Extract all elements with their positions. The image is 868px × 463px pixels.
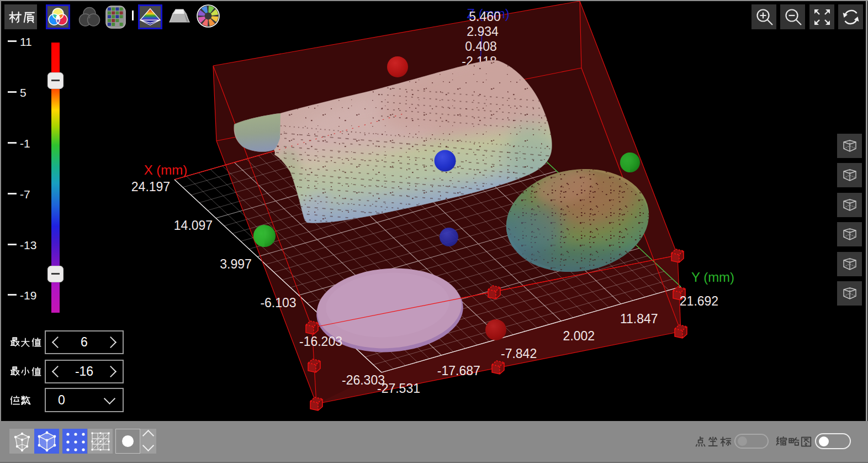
svg-text:X (mm): X (mm) xyxy=(144,162,188,177)
svg-text:-7.842: -7.842 xyxy=(501,346,537,361)
svg-text:Y (mm): Y (mm) xyxy=(691,270,734,285)
svg-text:-6.103: -6.103 xyxy=(260,296,296,310)
svg-text:5.460: 5.460 xyxy=(469,9,501,24)
svg-text:2.934: 2.934 xyxy=(467,24,499,39)
svg-text:-17.687: -17.687 xyxy=(437,364,480,378)
svg-text:14.097: 14.097 xyxy=(174,218,213,233)
svg-text:11.847: 11.847 xyxy=(620,312,658,326)
svg-text:3.997: 3.997 xyxy=(220,257,252,271)
svg-text:2.002: 2.002 xyxy=(563,329,595,343)
svg-text:21.692: 21.692 xyxy=(680,294,718,308)
svg-text:0.408: 0.408 xyxy=(465,39,497,54)
svg-text:-16.203: -16.203 xyxy=(299,334,342,349)
svg-text:-27.531: -27.531 xyxy=(377,381,420,396)
svg-text:24.197: 24.197 xyxy=(131,180,170,194)
